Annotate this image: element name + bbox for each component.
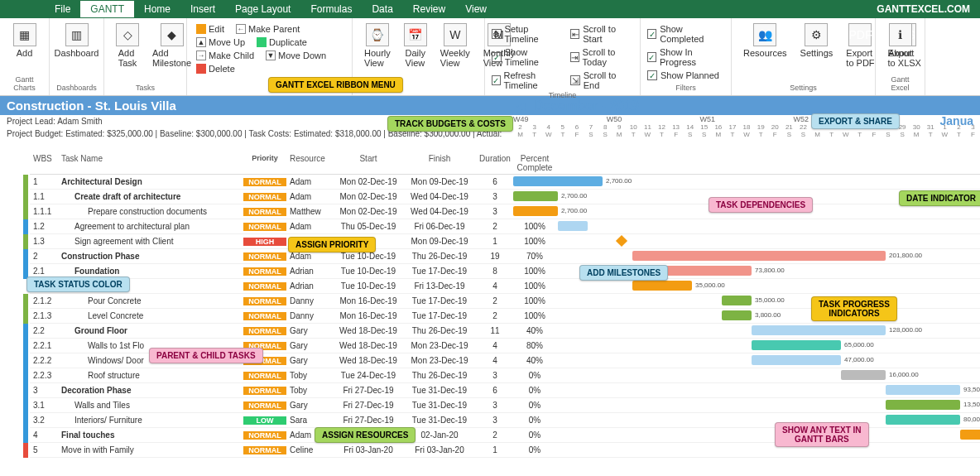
add-chart-button[interactable]: ▦Add	[7, 22, 42, 60]
gantt-bar[interactable]	[513, 176, 603, 186]
copy-icon	[257, 37, 267, 47]
make-child-button[interactable]: →Make Child	[194, 50, 257, 61]
hourly-view-button[interactable]: ⌚Hourly View	[359, 22, 396, 70]
gantt-row: 80,000.00	[513, 412, 980, 427]
checkbox-icon	[492, 52, 502, 62]
calendar-day-icon: 📅	[404, 23, 427, 46]
gantt-bar[interactable]	[632, 281, 692, 291]
about-button[interactable]: ℹAbout	[882, 22, 918, 60]
gantt-row: 3,800.00	[513, 308, 980, 323]
gantt-bar[interactable]	[841, 370, 886, 380]
export-pdf-button[interactable]: PDFExport to PDF	[841, 22, 879, 70]
gantt-row: 201,800.00	[513, 248, 980, 263]
gantt-bar[interactable]	[722, 310, 752, 320]
settings-button[interactable]: ⚙Settings	[795, 22, 838, 70]
setup-timeline-button[interactable]: ⚙Setup Timeline	[492, 23, 562, 45]
gantt-bar[interactable]	[722, 296, 752, 305]
gantt-bar[interactable]	[886, 385, 960, 395]
tab-file[interactable]: File	[45, 1, 80, 17]
milestone-diamond[interactable]	[616, 235, 627, 247]
tab-view[interactable]: View	[455, 1, 497, 17]
gantt-bar[interactable]	[960, 430, 980, 440]
show-timeline-checkbox[interactable]: Show Timeline	[492, 46, 562, 68]
daily-view-button[interactable]: 📅Daily View	[399, 22, 432, 70]
down-icon: ▼	[266, 50, 276, 60]
callout-export: EXPORT & SHARE	[811, 113, 900, 129]
edit-button[interactable]: Edit	[194, 23, 227, 35]
gantt-bar[interactable]	[513, 191, 558, 201]
refresh-timeline-checkbox[interactable]: Refresh Timeline	[492, 70, 562, 91]
tab-formulas[interactable]: Formulas	[300, 1, 362, 17]
minus-icon	[196, 64, 206, 74]
gantt-bar[interactable]	[513, 206, 558, 216]
move-up-button[interactable]: ▲Move Up	[194, 36, 247, 48]
resources-button[interactable]: 👥Resources	[738, 22, 792, 70]
timeline-weeks: W49W50W51W52W1	[513, 115, 980, 123]
gantt-bar[interactable]	[752, 325, 886, 335]
gantt-row	[513, 219, 980, 233]
weekly-view-button[interactable]: WWeekly View	[435, 22, 475, 70]
make-parent-button[interactable]: ←Make Parent	[233, 23, 302, 35]
gantt-row: 128,000.00	[513, 323, 980, 338]
checkbox-icon	[647, 52, 656, 62]
gantt-bar[interactable]	[558, 221, 588, 231]
show-planned-checkbox[interactable]: Show Planned	[647, 70, 724, 81]
gantt-bar[interactable]	[752, 355, 841, 365]
people-icon: 👥	[753, 23, 776, 46]
tab-insert[interactable]: Insert	[180, 1, 225, 17]
callout-resources: ASSIGN RESOURCES	[315, 427, 416, 443]
gantt-row: 20,000.00	[513, 427, 980, 442]
checkbox-icon	[492, 75, 501, 85]
show-inprogress-checkbox[interactable]: Show In Progress	[647, 46, 724, 68]
tab-gantt[interactable]: GANTT	[80, 1, 134, 17]
grid-header: WBS Task Name Priority Resource Start Fi…	[30, 152, 980, 175]
dashboard-button[interactable]: ▥Dashboard	[56, 22, 97, 60]
gantt-row	[513, 442, 980, 457]
brand-label: GANTTEXCEL.COM	[877, 3, 980, 15]
child-icon: →	[196, 50, 206, 60]
add-task-button[interactable]: ◇Add Task	[111, 22, 144, 70]
timeline-next-month: Janua	[940, 114, 973, 127]
timeline-header: ◀December - 2019 W49W50W51W52W1 23456789…	[513, 97, 980, 138]
gantt-row: 35,000.00	[513, 293, 980, 308]
scroll-today-button[interactable]: ⇥Scroll to Today	[570, 46, 633, 68]
move-down-button[interactable]: ▼Move Down	[263, 50, 329, 61]
show-completed-checkbox[interactable]: Show Completed	[647, 23, 724, 45]
gantt-bar[interactable]	[632, 251, 886, 261]
timeline-month: December - 2019	[529, 97, 644, 115]
timeline-prev[interactable]: ◀	[513, 99, 529, 113]
gear-icon: ⚙	[492, 29, 502, 39]
task-icon: ◇	[116, 23, 139, 46]
callout-bartext: SHOW ANY TEXT IN GANTT BARS	[775, 422, 869, 447]
info-icon: ℹ	[889, 23, 912, 46]
scroll-end-button[interactable]: ⇲Scroll to End	[570, 70, 633, 91]
timeline-dow: MTWTFSSMTWTFSSMTWTFSSMTWTFSSMTWTF	[513, 131, 980, 138]
gantt-chart: 2,700.002,700.002,700.00201,800.0073,800…	[513, 174, 980, 457]
callout-ribbon: GANTT EXCEL RIBBON MENU	[268, 77, 403, 93]
gantt-bar[interactable]	[886, 415, 960, 425]
excel-tabbar: FileGANTTHomeInsertPage LayoutFormulasDa…	[0, 0, 980, 18]
pencil-icon	[196, 24, 206, 34]
scroll-start-button[interactable]: ⇤Scroll to Start	[570, 23, 633, 45]
gantt-row	[513, 233, 980, 248]
tab-home[interactable]: Home	[134, 1, 180, 17]
duplicate-button[interactable]: Duplicate	[254, 36, 310, 48]
scroll-icon: ⇤	[570, 29, 579, 39]
checkbox-icon	[647, 70, 657, 80]
delete-button[interactable]: Delete	[194, 63, 238, 75]
tab-review[interactable]: Review	[403, 1, 455, 17]
timeline-days: 2345678910111213141516171819202122232425…	[513, 123, 980, 131]
pdf-icon: PDF	[848, 23, 872, 46]
callout-priority: ASSIGN PRIORITY	[288, 237, 376, 252]
tab-page layout[interactable]: Page Layout	[225, 1, 300, 17]
gantt-bar[interactable]	[752, 340, 841, 350]
gantt-row: 13,500.00	[513, 397, 980, 412]
callout-milestones: ADD MILESTONES	[579, 265, 668, 281]
callout-parent: PARENT & CHILD TASKS	[149, 348, 263, 363]
plus-icon: ▦	[13, 23, 36, 46]
gantt-bar[interactable]	[886, 400, 960, 410]
gantt-row: 2,700.00	[513, 174, 980, 189]
tab-data[interactable]: Data	[362, 1, 402, 17]
calendar-week-icon: W	[444, 23, 467, 46]
clock-icon: ⌚	[366, 23, 389, 46]
